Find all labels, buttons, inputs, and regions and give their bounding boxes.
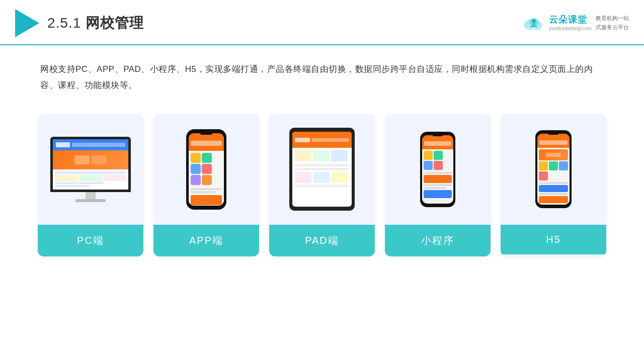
pad-tablet-mockup bbox=[289, 128, 355, 211]
cards-container: PC端 bbox=[0, 104, 644, 266]
h5-phone-mockup bbox=[535, 130, 572, 208]
card-miniapp-image bbox=[385, 114, 491, 225]
miniapp-phone-mockup bbox=[420, 132, 455, 207]
card-app-image bbox=[153, 114, 259, 225]
logo-triangle-icon bbox=[15, 9, 39, 37]
pc-mockup bbox=[48, 137, 133, 202]
cloud-icon bbox=[522, 14, 546, 32]
app-phone-mockup bbox=[186, 129, 226, 210]
svg-point-6 bbox=[532, 19, 536, 23]
card-h5-label: H5 bbox=[501, 225, 606, 254]
header-left: 2.5.1 网校管理 bbox=[15, 9, 144, 37]
brand-text: 云朵课堂 yunduoketang.com bbox=[549, 15, 592, 32]
card-app: APP端 bbox=[153, 114, 259, 256]
card-pc: PC端 bbox=[38, 114, 143, 256]
card-pad: PAD端 bbox=[269, 114, 375, 256]
card-app-label: APP端 bbox=[153, 225, 259, 256]
card-h5-image bbox=[501, 114, 606, 225]
header-right: 云朵课堂 yunduoketang.com 教育机构一站 式服务云平台 bbox=[522, 14, 629, 32]
card-pc-label: PC端 bbox=[38, 225, 143, 256]
description-text: 网校支持PC、APP、PAD、小程序、H5，实现多端打通，产品各终端自由切换，数… bbox=[0, 45, 644, 104]
brand-slogan: 教育机构一站 式服务云平台 bbox=[596, 14, 629, 32]
card-pad-image bbox=[269, 114, 375, 225]
page-header: 2.5.1 网校管理 云朵课堂 yunduoketang.com bbox=[0, 0, 644, 45]
card-miniapp-label: 小程序 bbox=[385, 225, 491, 256]
card-pc-image bbox=[38, 114, 143, 225]
card-h5: H5 bbox=[501, 114, 606, 256]
card-pad-label: PAD端 bbox=[269, 225, 375, 256]
page-title: 2.5.1 网校管理 bbox=[47, 14, 144, 33]
brand-logo: 云朵课堂 yunduoketang.com bbox=[522, 14, 592, 32]
card-miniapp: 小程序 bbox=[385, 114, 491, 256]
